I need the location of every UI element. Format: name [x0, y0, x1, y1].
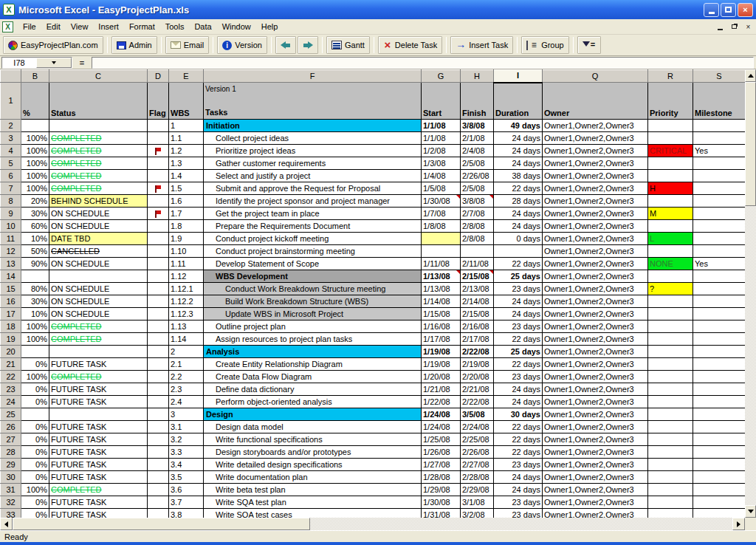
- cell-start[interactable]: 1/1/08: [422, 120, 461, 132]
- cell-flag[interactable]: [148, 258, 169, 270]
- cell-pct[interactable]: 0%: [21, 459, 49, 471]
- cell-status[interactable]: COMPLETED: [49, 333, 148, 346]
- insert-task-button[interactable]: Insert Task: [450, 36, 513, 54]
- cell-owner[interactable]: Owner1,Owner2,Owner3: [543, 433, 648, 446]
- cell-pct[interactable]: 90%: [21, 258, 49, 270]
- cell-task[interactable]: Identify the project sponsor and project…: [204, 195, 422, 208]
- cell-finish[interactable]: 2/25/08: [461, 433, 494, 446]
- formula-input[interactable]: [92, 57, 754, 69]
- cell-finish[interactable]: 3/8/08: [461, 195, 494, 208]
- horizontal-scrollbar[interactable]: [0, 518, 745, 530]
- cell-duration[interactable]: 24 days: [494, 383, 543, 396]
- cell-finish[interactable]: 3/5/08: [461, 408, 494, 421]
- cell-start[interactable]: 1/21/08: [422, 383, 461, 396]
- cell-start[interactable]: 1/15/08: [422, 308, 461, 321]
- cell-pct[interactable]: 100%: [21, 371, 49, 383]
- cell-wbs[interactable]: 1.10: [169, 245, 204, 258]
- cell-finish[interactable]: 2/26/08: [461, 446, 494, 459]
- cell-pct[interactable]: 0%: [21, 383, 49, 396]
- cell-wbs[interactable]: 1.4: [169, 170, 204, 182]
- cell-wbs[interactable]: 1.12.2: [169, 295, 204, 308]
- cell-finish[interactable]: 2/16/08: [461, 321, 494, 333]
- cell-task[interactable]: WBS Development: [204, 270, 422, 283]
- column-header-R[interactable]: R: [648, 70, 693, 83]
- cell-milestone[interactable]: [693, 408, 746, 421]
- autofilter-button[interactable]: [577, 36, 601, 54]
- cell-duration[interactable]: 24 days: [494, 308, 543, 321]
- cell-owner[interactable]: Owner1,Owner2,Owner3: [543, 220, 648, 233]
- cell-task[interactable]: Select and justify a project: [204, 170, 422, 182]
- cell-status[interactable]: ON SCHEDULE: [49, 283, 148, 295]
- scroll-down-icon[interactable]: [745, 505, 756, 518]
- row-header-2[interactable]: 2: [1, 120, 21, 132]
- row-header-32[interactable]: 32: [1, 496, 21, 509]
- cell-milestone[interactable]: [693, 195, 746, 208]
- cell-flag[interactable]: [148, 208, 169, 220]
- cell-wbs[interactable]: 3.5: [169, 471, 204, 484]
- cell-priority[interactable]: [648, 496, 693, 509]
- cell-task[interactable]: Submit and approve the Request for Propo…: [204, 182, 422, 195]
- cell-task[interactable]: Create Entity Relationship Diagram: [204, 358, 422, 371]
- cell-duration[interactable]: 24 days: [494, 208, 543, 220]
- cell-owner[interactable]: Owner1,Owner2,Owner3: [543, 195, 648, 208]
- cell-finish[interactable]: 2/17/08: [461, 333, 494, 346]
- menu-help[interactable]: Help: [256, 20, 284, 33]
- cell-wbs[interactable]: 1.1: [169, 132, 204, 145]
- cell-owner[interactable]: Owner1,Owner2,Owner3: [543, 346, 648, 358]
- column-header-Q[interactable]: Q: [543, 70, 648, 83]
- cell-pct[interactable]: [21, 408, 49, 421]
- cell-owner[interactable]: Owner1,Owner2,Owner3: [543, 270, 648, 283]
- cell-duration[interactable]: 23 days: [494, 509, 543, 518]
- cell-duration[interactable]: 24 days: [494, 484, 543, 496]
- cell-task[interactable]: Analysis: [204, 346, 422, 358]
- header-status[interactable]: Status: [49, 83, 148, 120]
- cell-finish[interactable]: 2/8/08: [461, 220, 494, 233]
- header-priority[interactable]: Priority: [648, 83, 693, 120]
- cell-start[interactable]: 1/11/08: [422, 258, 461, 270]
- cell-owner[interactable]: Owner1,Owner2,Owner3: [543, 245, 648, 258]
- vertical-scroll-thumb[interactable]: [745, 82, 756, 206]
- cell-milestone[interactable]: [693, 132, 746, 145]
- cell-flag[interactable]: [148, 509, 169, 518]
- cell-duration[interactable]: 24 days: [494, 295, 543, 308]
- row-header-1[interactable]: 1: [1, 83, 21, 120]
- gantt-button[interactable]: Gantt: [326, 36, 370, 54]
- group-button[interactable]: Group: [521, 36, 569, 54]
- cell-priority[interactable]: [648, 408, 693, 421]
- cell-start[interactable]: 1/26/08: [422, 446, 461, 459]
- cell-pct[interactable]: 100%: [21, 321, 49, 333]
- row-header-6[interactable]: 6: [1, 170, 21, 182]
- cell-priority[interactable]: [648, 433, 693, 446]
- cell-start[interactable]: 1/17/08: [422, 333, 461, 346]
- cell-flag[interactable]: [148, 295, 169, 308]
- cell-start[interactable]: 1/5/08: [422, 182, 461, 195]
- cell-status[interactable]: FUTURE TASK: [49, 459, 148, 471]
- cell-owner[interactable]: Owner1,Owner2,Owner3: [543, 208, 648, 220]
- cell-owner[interactable]: Owner1,Owner2,Owner3: [543, 484, 648, 496]
- cell-task[interactable]: Get the project team in place: [204, 208, 422, 220]
- cell-owner[interactable]: Owner1,Owner2,Owner3: [543, 408, 648, 421]
- cell-owner[interactable]: Owner1,Owner2,Owner3: [543, 233, 648, 245]
- header-wbs[interactable]: WBS: [169, 83, 204, 120]
- cell-task[interactable]: Build Work Breakdown Structure (WBS): [204, 295, 422, 308]
- cell-status[interactable]: BEHIND SCHEDULE: [49, 195, 148, 208]
- cell-priority[interactable]: [648, 220, 693, 233]
- menu-data[interactable]: Data: [189, 20, 216, 33]
- cell-status[interactable]: FUTURE TASK: [49, 471, 148, 484]
- version-button[interactable]: Version: [217, 36, 267, 54]
- scroll-right-icon[interactable]: [732, 518, 745, 530]
- cell-wbs[interactable]: 3: [169, 408, 204, 421]
- cell-milestone[interactable]: [693, 509, 746, 518]
- cell-pct[interactable]: 30%: [21, 208, 49, 220]
- cell-priority[interactable]: [648, 295, 693, 308]
- cell-wbs[interactable]: 3.8: [169, 509, 204, 518]
- cell-pct[interactable]: 10%: [21, 233, 49, 245]
- cell-wbs[interactable]: 1.12.1: [169, 283, 204, 295]
- cell-milestone[interactable]: [693, 484, 746, 496]
- cell-priority[interactable]: [648, 333, 693, 346]
- cell-flag[interactable]: [148, 408, 169, 421]
- cell-priority[interactable]: L: [648, 233, 693, 245]
- cell-milestone[interactable]: [693, 459, 746, 471]
- cell-finish[interactable]: 2/15/08: [461, 308, 494, 321]
- name-box-dropdown-icon[interactable]: [36, 58, 72, 68]
